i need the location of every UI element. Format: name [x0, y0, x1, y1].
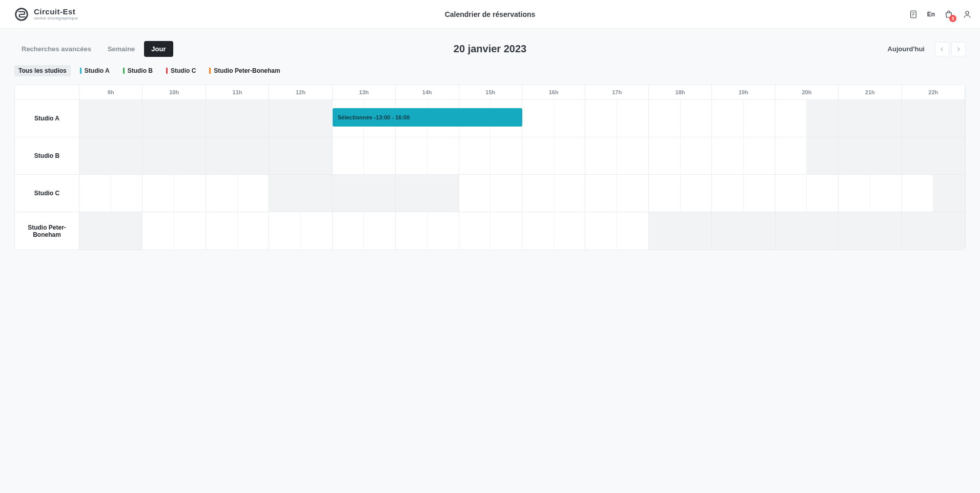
time-slot[interactable] [585, 100, 617, 137]
hour-header: 10h [142, 85, 206, 99]
time-slot[interactable] [301, 212, 333, 250]
time-slot[interactable] [617, 137, 649, 174]
filter-studio-chip[interactable]: Studio B [119, 65, 157, 76]
week-view-button[interactable]: Semaine [100, 41, 142, 57]
time-slot[interactable] [807, 175, 839, 212]
time-slot[interactable] [712, 100, 744, 137]
time-slot[interactable] [744, 137, 775, 174]
time-slot[interactable] [775, 100, 807, 137]
time-slot [933, 137, 965, 174]
language-button[interactable]: En [927, 11, 935, 18]
booking-block[interactable]: Sélectionnée -13:00 - 16:00 [333, 108, 522, 127]
time-slot[interactable] [649, 137, 681, 174]
time-slot [333, 175, 364, 212]
user-icon[interactable] [963, 10, 972, 19]
time-slot[interactable] [174, 175, 206, 212]
hour-header: 13h [333, 85, 396, 99]
time-slot [142, 137, 174, 174]
filter-studio-chip[interactable]: Studio Peter-Boneham [205, 65, 284, 76]
filter-label: Studio B [128, 67, 153, 74]
logo[interactable]: Circuit-Est centre chorégraphique [14, 7, 78, 22]
time-slot[interactable] [554, 212, 586, 250]
time-slot[interactable] [427, 137, 459, 174]
time-slot[interactable] [649, 175, 681, 212]
time-slot[interactable] [870, 175, 902, 212]
hour-header: 18h [649, 85, 712, 99]
time-slot[interactable] [206, 175, 238, 212]
time-slot [807, 100, 839, 137]
time-slot[interactable] [459, 137, 491, 174]
filter-studio-chip[interactable]: Studio C [162, 65, 200, 76]
time-slot[interactable] [744, 100, 775, 137]
filter-all-studios[interactable]: Tous les studios [14, 65, 71, 76]
time-slot[interactable] [491, 137, 522, 174]
time-slot[interactable] [459, 175, 491, 212]
svg-point-2 [966, 11, 969, 14]
time-slot[interactable] [712, 137, 744, 174]
time-slot[interactable] [522, 212, 554, 250]
time-slot[interactable] [681, 137, 712, 174]
time-slot [174, 100, 206, 137]
today-button[interactable]: Aujourd'hui [883, 42, 930, 56]
calendar-toolbar: Recherches avancées Semaine Jour 20 janv… [0, 29, 980, 63]
time-slot[interactable] [206, 212, 238, 250]
time-slot[interactable] [522, 175, 554, 212]
time-slot [870, 137, 902, 174]
time-slot[interactable] [681, 100, 712, 137]
time-slot[interactable] [142, 212, 174, 250]
time-slot[interactable] [174, 212, 206, 250]
time-slot[interactable] [364, 212, 396, 250]
logo-text: Circuit-Est centre chorégraphique [34, 8, 78, 20]
time-slot[interactable] [585, 175, 617, 212]
time-slot[interactable] [744, 175, 775, 212]
studio-row: Studio ASélectionnée -13:00 - 16:00 [15, 100, 965, 137]
time-slot[interactable] [681, 175, 712, 212]
time-slot[interactable] [238, 212, 270, 250]
time-slot[interactable] [79, 175, 111, 212]
next-day-button[interactable] [951, 42, 966, 56]
time-slot[interactable] [522, 100, 554, 137]
day-view-button[interactable]: Jour [144, 41, 173, 57]
time-slot[interactable] [617, 175, 649, 212]
time-slot[interactable] [617, 100, 649, 137]
prev-day-button[interactable] [935, 42, 949, 56]
time-slot [712, 212, 744, 250]
time-slot[interactable] [364, 137, 396, 174]
time-slot[interactable] [775, 175, 807, 212]
time-slot[interactable] [396, 137, 427, 174]
time-slot[interactable] [775, 137, 807, 174]
time-slot [933, 212, 965, 250]
time-slot[interactable] [617, 212, 649, 250]
time-slot[interactable] [649, 100, 681, 137]
studio-filter-row: Tous les studios Studio AStudio BStudio … [0, 63, 980, 85]
time-slot[interactable] [427, 212, 459, 250]
date-nav-group: Aujourd'hui [883, 42, 966, 56]
time-slot[interactable] [333, 137, 364, 174]
time-slot[interactable] [396, 212, 427, 250]
time-slot[interactable] [585, 212, 617, 250]
time-slot[interactable] [585, 137, 617, 174]
time-slot[interactable] [491, 175, 522, 212]
time-slot[interactable] [712, 175, 744, 212]
time-slot[interactable] [269, 212, 301, 250]
time-slot[interactable] [554, 175, 586, 212]
time-slot[interactable] [522, 137, 554, 174]
hour-header: 17h [585, 85, 648, 99]
time-slot[interactable] [142, 175, 174, 212]
time-slot[interactable] [902, 175, 934, 212]
filter-studio-chip[interactable]: Studio A [76, 65, 114, 76]
time-slot [301, 137, 333, 174]
time-slot[interactable] [111, 175, 143, 212]
time-slot[interactable] [459, 212, 491, 250]
advanced-search-button[interactable]: Recherches avancées [14, 41, 98, 57]
time-slot[interactable] [839, 175, 870, 212]
time-slot[interactable] [333, 212, 364, 250]
hour-header: 15h [459, 85, 522, 99]
time-slot[interactable] [554, 100, 586, 137]
filter-label: Studio Peter-Boneham [214, 67, 280, 74]
document-icon[interactable] [909, 10, 918, 19]
time-slot[interactable] [554, 137, 586, 174]
time-slot[interactable] [238, 175, 270, 212]
time-slot[interactable] [491, 212, 522, 250]
cart-button[interactable]: 3 [944, 10, 953, 19]
